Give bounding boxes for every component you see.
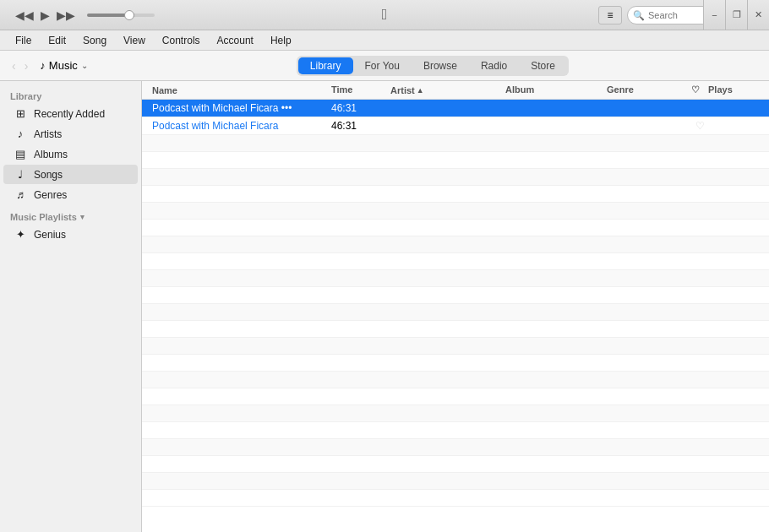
col-header-time: Time [331,84,390,95]
back-button[interactable]: ‹ [8,57,19,74]
playlists-label: Music Playlists [10,212,77,222]
sidebar-item-genres[interactable]: ♬ Genres [3,185,138,204]
dropdown-arrow-icon: ⌄ [81,61,88,70]
menu-song[interactable]: Song [74,33,115,48]
row-time: 46:31 [331,102,390,114]
sidebar-item-songs[interactable]: ♩ Songs [3,165,138,184]
sort-arrow-icon: ▲ [417,86,424,95]
songs-icon: ♩ [14,168,27,181]
search-icon: 🔍 [633,9,645,20]
row-heart[interactable]: ♡ [691,120,708,132]
sidebar-item-artists[interactable]: ♪ Artists [3,124,138,144]
genius-label: Genius [34,229,66,241]
menu-view[interactable]: View [115,33,154,48]
empty-rows [142,135,769,507]
apple-logo:  [382,6,388,24]
playlists-section[interactable]: Music Playlists ▾ [0,205,141,224]
col-header-plays: Plays [708,84,759,95]
restore-button[interactable]: ❐ [725,0,747,30]
menu-toggle-button[interactable]: ≡ [598,6,622,24]
music-note-icon: ♪ [40,59,46,72]
genres-label: Genres [34,189,67,201]
menu-account[interactable]: Account [209,33,262,48]
sidebar-item-albums[interactable]: ▤ Albums [3,144,138,164]
tab-store[interactable]: Store [519,57,567,74]
songs-label: Songs [34,169,63,181]
empty-row [142,253,769,270]
music-selector[interactable]: ♪ Music ⌄ [40,59,87,72]
albums-icon: ▤ [14,148,27,160]
table-row[interactable]: Podcast with Michael Ficara 46:31 ♡ [142,117,769,135]
tab-radio[interactable]: Radio [469,57,519,74]
empty-row [142,169,769,186]
main-layout: Library ⊞ Recently Added ♪ Artists ▤ Alb… [0,81,769,532]
menu-file[interactable]: File [7,33,40,48]
empty-row [142,220,769,236]
col-header-heart: ♡ [691,84,708,95]
playlists-chevron-icon: ▾ [80,213,85,221]
tab-browse[interactable]: Browse [412,57,469,74]
empty-row [142,236,769,253]
col-header-name: Name [152,84,331,95]
sidebar-item-genius[interactable]: ✦ Genius [3,225,138,244]
empty-row [142,456,769,473]
row-time: 46:31 [331,120,390,132]
window-controls: − ❐ ✕ [703,0,769,30]
table-row[interactable]: Podcast with Michael Ficara ••• 46:31 [142,100,769,117]
title-bar: ◀◀ ▶ ▶▶  ≡ 🔍 − ❐ ✕ [0,0,769,30]
table-header: Name Time Artist ▲ Album Genre ♡ Plays [142,81,769,100]
menu-help[interactable]: Help [262,33,300,48]
empty-row [142,355,769,372]
col-header-artist: Artist ▲ [390,84,492,95]
prev-button[interactable]: ◀◀ [14,7,35,24]
nav-arrows: ‹ › [8,57,31,74]
col-header-spacer [492,84,505,95]
next-button[interactable]: ▶▶ [55,7,77,24]
tab-group: Library For You Browse Radio Store [297,56,569,76]
play-button[interactable]: ▶ [39,7,52,24]
row-name: Podcast with Michael Ficara [152,120,331,132]
empty-row [142,490,769,507]
empty-row [142,152,769,169]
library-section-label: Library [0,88,141,103]
menu-bar: File Edit Song View Controls Account Hel… [0,30,769,51]
empty-row [142,270,769,287]
genius-icon: ✦ [14,228,27,241]
tab-library[interactable]: Library [298,57,353,74]
empty-row [142,186,769,203]
col-header-genre: Genre [607,84,691,95]
sidebar-item-recently-added[interactable]: ⊞ Recently Added [3,104,138,123]
empty-row [142,422,769,439]
tab-for-you[interactable]: For You [353,57,412,74]
albums-label: Albums [34,149,68,160]
empty-row [142,287,769,304]
recently-added-label: Recently Added [34,108,105,120]
minimize-button[interactable]: − [703,0,725,30]
genres-icon: ♬ [14,188,27,201]
transport-controls: ◀◀ ▶ ▶▶ [14,7,155,24]
nav-bar: ‹ › ♪ Music ⌄ Library For You Browse Rad… [0,51,769,81]
artists-label: Artists [34,128,62,140]
empty-row [142,338,769,355]
close-button[interactable]: ✕ [747,0,769,30]
title-bar-right: ≡ 🔍 − ❐ ✕ [598,6,762,24]
menu-edit[interactable]: Edit [40,33,74,48]
empty-row [142,203,769,220]
empty-row [142,135,769,152]
empty-row [142,372,769,388]
forward-button[interactable]: › [21,57,32,74]
empty-row [142,439,769,456]
menu-icon: ≡ [607,9,613,21]
empty-row [142,321,769,338]
music-label: Music [49,59,78,72]
menu-controls[interactable]: Controls [154,33,209,48]
row-name: Podcast with Michael Ficara ••• [152,102,331,114]
empty-row [142,304,769,321]
volume-slider[interactable] [87,14,155,17]
col-header-album: Album [505,84,607,95]
volume-thumb[interactable] [124,10,134,20]
content-area: Name Time Artist ▲ Album Genre ♡ Plays P… [142,81,769,532]
artists-icon: ♪ [14,128,27,140]
empty-row [142,388,769,405]
recently-added-icon: ⊞ [14,107,27,120]
